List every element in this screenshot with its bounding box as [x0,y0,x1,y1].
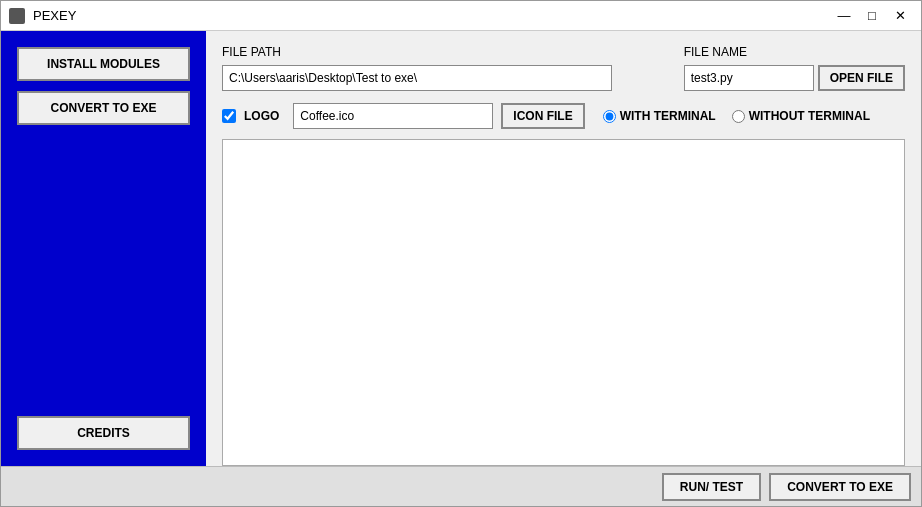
icon-file-button[interactable]: ICON FILE [501,103,584,129]
close-button[interactable]: ✕ [887,6,913,26]
file-name-input[interactable] [684,65,814,91]
run-test-button[interactable]: RUN/ TEST [662,473,761,501]
without-terminal-option: WITHOUT TERMINAL [732,109,870,123]
file-path-group: FILE PATH [222,45,668,91]
logo-row: LOGO ICON FILE WITH TERMINAL WITHOUT TER… [222,103,905,129]
open-file-button[interactable]: OPEN FILE [818,65,905,91]
title-bar: PEXEY — □ ✕ [1,1,921,31]
file-name-label: FILE NAME [684,45,905,59]
minimize-button[interactable]: — [831,6,857,26]
with-terminal-radio[interactable] [603,110,616,123]
with-terminal-option: WITH TERMINAL [603,109,716,123]
logo-label: LOGO [244,109,279,123]
content-area: INSTALL MODULES CONVERT TO EXE CREDITS F… [1,31,921,466]
convert-to-exe-bottom-button[interactable]: CONVERT TO EXE [769,473,911,501]
with-terminal-label: WITH TERMINAL [620,109,716,123]
file-name-group: FILE NAME OPEN FILE [684,45,905,91]
sidebar-spacer [17,135,190,406]
icon-file-input[interactable] [293,103,493,129]
window-title: PEXEY [33,8,76,23]
without-terminal-radio[interactable] [732,110,745,123]
output-area [222,139,905,466]
logo-checkbox[interactable] [222,109,236,123]
window-controls: — □ ✕ [831,6,913,26]
credits-button[interactable]: CREDITS [17,416,190,450]
install-modules-button[interactable]: INSTALL MODULES [17,47,190,81]
without-terminal-label: WITHOUT TERMINAL [749,109,870,123]
terminal-options: WITH TERMINAL WITHOUT TERMINAL [603,109,870,123]
app-window: PEXEY — □ ✕ INSTALL MODULES CONVERT TO E… [0,0,922,507]
file-path-input[interactable] [222,65,612,91]
file-name-row: OPEN FILE [684,65,905,91]
convert-to-exe-sidebar-button[interactable]: CONVERT TO EXE [17,91,190,125]
top-row: FILE PATH FILE NAME OPEN FILE [222,45,905,91]
main-panel: FILE PATH FILE NAME OPEN FILE LOGO ICON … [206,31,921,466]
app-icon [9,8,25,24]
bottom-bar: RUN/ TEST CONVERT TO EXE [1,466,921,506]
sidebar: INSTALL MODULES CONVERT TO EXE CREDITS [1,31,206,466]
maximize-button[interactable]: □ [859,6,885,26]
title-bar-left: PEXEY [9,8,76,24]
file-path-label: FILE PATH [222,45,668,59]
